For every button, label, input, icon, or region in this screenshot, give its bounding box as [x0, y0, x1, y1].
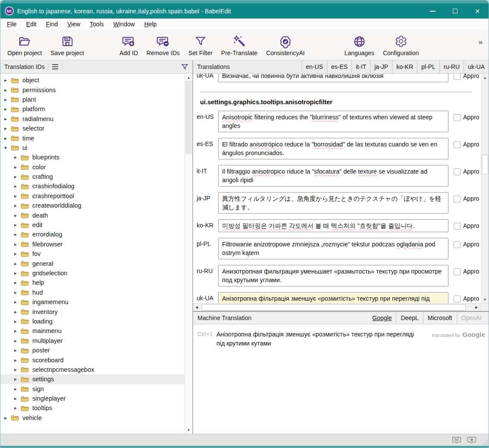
- language-tab[interactable]: pl-PL: [417, 60, 439, 73]
- tree-item[interactable]: object: [0, 75, 192, 85]
- language-tab[interactable]: ja-JP: [370, 60, 392, 73]
- provider-tab-openai[interactable]: OpenAI: [457, 312, 486, 324]
- menu-find[interactable]: Find: [41, 19, 63, 29]
- tree-item[interactable]: help: [0, 278, 192, 287]
- expand-arrow-icon[interactable]: [14, 154, 21, 160]
- maximize-button[interactable]: [444, 3, 466, 19]
- expand-arrow-icon[interactable]: [14, 328, 21, 334]
- remove-ids-button[interactable]: Remove IDs: [142, 32, 184, 58]
- tree-item[interactable]: platform: [0, 104, 192, 114]
- tree-item[interactable]: radialmenu: [0, 114, 192, 124]
- expand-arrow-icon[interactable]: [14, 405, 21, 411]
- expand-arrow-icon[interactable]: [14, 386, 21, 392]
- expand-arrow-icon[interactable]: [4, 116, 11, 122]
- tree-item[interactable]: ingamemenu: [0, 297, 192, 307]
- translation-textbox[interactable]: 異方性フィルタリングは、急角度から見たときのテクスチャの「ぼやけ」を軽減します。: [218, 192, 448, 214]
- expand-arrow-icon[interactable]: [14, 241, 21, 247]
- translation-textbox[interactable]: El filtrado anisotrópico reduce la "borr…: [218, 138, 448, 159]
- tree-item[interactable]: selector: [0, 124, 192, 133]
- provider-tab-microsoft[interactable]: Microsoft: [423, 312, 457, 324]
- menu-tools[interactable]: Tools: [85, 19, 109, 29]
- tree-item[interactable]: mainmenu: [0, 326, 192, 336]
- language-tab[interactable]: ru-RU: [439, 60, 464, 73]
- expand-arrow-icon[interactable]: [14, 318, 21, 324]
- tree-item[interactable]: vehicle: [0, 413, 192, 423]
- provider-tab-deepl[interactable]: DeepL: [396, 312, 423, 324]
- tree-item[interactable]: permissions: [0, 85, 192, 94]
- tree-item[interactable]: poster: [0, 345, 192, 355]
- set-filter-button[interactable]: Set Filter: [184, 32, 217, 58]
- expand-arrow-icon[interactable]: [14, 309, 21, 315]
- translation-textbox[interactable]: Анизотропная фильтрация уменьшает «размы…: [218, 265, 448, 286]
- expand-arrow-icon[interactable]: [4, 125, 11, 131]
- tree-item[interactable]: errordialog: [0, 230, 192, 239]
- tree-item[interactable]: multiplayer: [0, 336, 192, 345]
- tree-item[interactable]: general: [0, 258, 192, 268]
- tree-item[interactable]: plant: [0, 95, 192, 104]
- tree-item[interactable]: edit: [0, 220, 192, 230]
- add-id-button[interactable]: Add ID: [115, 32, 142, 58]
- expand-arrow-icon[interactable]: [14, 357, 21, 363]
- tree-item[interactable]: crashinfodialog: [0, 181, 192, 191]
- tree-item[interactable]: loading: [0, 317, 192, 326]
- approved-checkbox[interactable]: [454, 296, 461, 302]
- menu-window[interactable]: Window: [109, 19, 140, 29]
- expand-arrow-icon[interactable]: [14, 193, 21, 199]
- tree-item[interactable]: death: [0, 210, 192, 220]
- expand-arrow-icon[interactable]: [14, 251, 21, 257]
- expand-arrow-icon[interactable]: [14, 212, 21, 218]
- tree-item[interactable]: filebrowser: [0, 240, 192, 249]
- translation-textbox[interactable]: Anisotropic filtering reduces the "blurr…: [218, 111, 448, 132]
- toolbar-overflow-chevron[interactable]: »: [479, 38, 486, 53]
- scroll-right-arrow-icon[interactable]: ▶: [473, 305, 480, 309]
- expand-arrow-icon[interactable]: [14, 299, 21, 305]
- expand-arrow-icon[interactable]: [4, 96, 11, 103]
- expand-arrow-icon[interactable]: [14, 280, 21, 286]
- tree-item[interactable]: crashreporttool: [0, 191, 192, 201]
- minimize-button[interactable]: [421, 3, 444, 19]
- expand-arrow-icon[interactable]: [14, 183, 21, 189]
- scroll-up-arrow-icon[interactable]: ▲: [185, 75, 192, 81]
- expand-arrow-icon[interactable]: [14, 231, 21, 237]
- expand-arrow-icon[interactable]: [14, 367, 21, 373]
- approved-checkbox[interactable]: [454, 241, 461, 248]
- tree-menu-icon[interactable]: [51, 63, 59, 70]
- approved-checkbox[interactable]: [454, 141, 461, 148]
- menu-file[interactable]: File: [2, 19, 22, 29]
- expand-arrow-icon[interactable]: [14, 174, 21, 180]
- expand-arrow-icon[interactable]: [14, 376, 21, 382]
- tree-item[interactable]: scoreboard: [0, 355, 192, 364]
- expand-arrow-icon[interactable]: [4, 87, 11, 93]
- resize-grip[interactable]: [483, 440, 488, 445]
- close-button[interactable]: ✕: [466, 3, 489, 19]
- approved-checkbox[interactable]: [454, 223, 461, 230]
- tree-item[interactable]: time: [0, 133, 192, 143]
- tree-item[interactable]: selectnpcmessagebox: [0, 365, 192, 374]
- tree-item[interactable]: fov: [0, 249, 192, 258]
- tree-item[interactable]: gridselection: [0, 268, 192, 278]
- pre-translate-button[interactable]: Pre-Translate: [217, 32, 262, 58]
- expand-arrow-icon[interactable]: [14, 261, 21, 267]
- language-tab[interactable]: en-US: [301, 60, 327, 73]
- tree-item[interactable]: settings: [0, 374, 192, 384]
- approved-checkbox[interactable]: [454, 196, 461, 202]
- tree-item[interactable]: sign: [0, 384, 192, 394]
- tree-item[interactable]: ui: [0, 143, 192, 152]
- horizontal-scrollbar[interactable]: ◀ ▶: [193, 303, 489, 311]
- approved-checkbox[interactable]: [454, 74, 461, 80]
- language-tab[interactable]: es-ES: [327, 60, 351, 73]
- save-project-button[interactable]: Save project: [46, 32, 88, 58]
- translation-textbox[interactable]: Анізотропна фільтрація зменшує «розмитіс…: [218, 292, 448, 303]
- scrollbar-thumb[interactable]: [482, 155, 488, 174]
- language-tab[interactable]: ko-KR: [392, 60, 417, 73]
- languages-button[interactable]: Languages: [340, 32, 379, 58]
- menu-view[interactable]: View: [63, 19, 85, 29]
- expand-arrow-icon[interactable]: [14, 222, 21, 228]
- tree-item[interactable]: inventory: [0, 307, 192, 316]
- approved-checkbox[interactable]: [454, 268, 461, 275]
- language-tab[interactable]: uk-UA: [464, 60, 489, 73]
- scroll-down-arrow-icon[interactable]: ▼: [185, 427, 192, 433]
- consistency-ai-button[interactable]: ConsistencyAI: [262, 32, 309, 58]
- tree-item[interactable]: createworlddialog: [0, 201, 192, 210]
- mt-suggestion-text[interactable]: Анізотропна фільтрація зменшує «розмитіс…: [216, 330, 423, 348]
